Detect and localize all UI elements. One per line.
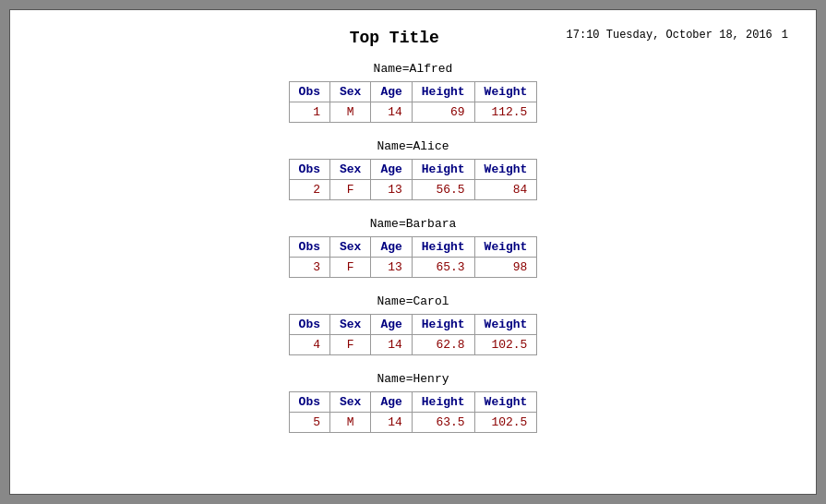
main-window: Top Title 17:10 Tuesday, October 18, 201…	[9, 9, 817, 495]
table-row: 4F1462.8102.5	[289, 335, 537, 355]
cell-0-3: 69	[412, 102, 474, 123]
cell-0-1: F	[329, 180, 370, 200]
data-table-1: ObsSexAgeHeightWeight2F1356.584	[289, 159, 538, 200]
data-table-4: ObsSexAgeHeightWeight5M1463.5102.5	[289, 391, 538, 433]
col-header-obs: Obs	[289, 82, 329, 102]
cell-0-2: 14	[371, 102, 412, 123]
table-row: 1M1469112.5	[289, 102, 537, 123]
col-header-sex: Sex	[329, 237, 370, 258]
col-header-height: Height	[412, 160, 474, 180]
cell-0-3: 63.5	[412, 413, 474, 433]
col-header-weight: Weight	[474, 237, 537, 258]
cell-0-4: 84	[474, 180, 537, 200]
col-header-sex: Sex	[329, 315, 370, 335]
col-header-obs: Obs	[289, 315, 329, 335]
col-header-sex: Sex	[329, 160, 370, 180]
datetime-label: 17:10 Tuesday, October 18, 2016	[567, 29, 772, 42]
data-table-0: ObsSexAgeHeightWeight1M1469112.5	[289, 81, 538, 123]
section-title-3: Name=Carol	[38, 294, 788, 308]
col-header-age: Age	[371, 82, 412, 102]
col-header-weight: Weight	[474, 160, 537, 180]
cell-0-4: 102.5	[474, 335, 537, 355]
col-header-obs: Obs	[289, 160, 329, 180]
section-4: Name=HenryObsSexAgeHeightWeight5M1463.51…	[38, 372, 788, 433]
col-header-sex: Sex	[329, 392, 370, 413]
data-table-2: ObsSexAgeHeightWeight3F1365.398	[289, 236, 538, 278]
cell-0-2: 13	[371, 180, 412, 200]
col-header-height: Height	[412, 82, 474, 102]
section-0: Name=AlfredObsSexAgeHeightWeight1M146911…	[38, 62, 788, 123]
cell-0-1: F	[329, 258, 370, 278]
table-row: 3F1365.398	[289, 258, 537, 278]
col-header-weight: Weight	[474, 392, 537, 413]
col-header-age: Age	[371, 392, 412, 413]
col-header-weight: Weight	[474, 82, 537, 102]
cell-0-0: 5	[289, 413, 329, 433]
cell-0-1: M	[329, 102, 370, 123]
cell-0-1: F	[329, 335, 370, 355]
section-2: Name=BarbaraObsSexAgeHeightWeight3F1365.…	[38, 217, 788, 278]
section-title-4: Name=Henry	[38, 372, 788, 386]
cell-0-3: 62.8	[412, 335, 474, 355]
cell-0-0: 3	[289, 258, 329, 278]
table-row: 2F1356.584	[289, 180, 537, 200]
cell-0-0: 2	[289, 180, 329, 200]
cell-0-4: 112.5	[474, 102, 537, 123]
cell-0-2: 14	[371, 413, 412, 433]
col-header-age: Age	[371, 315, 412, 335]
section-title-2: Name=Barbara	[38, 217, 788, 231]
data-table-3: ObsSexAgeHeightWeight4F1462.8102.5	[289, 314, 538, 355]
col-header-weight: Weight	[474, 315, 537, 335]
col-header-age: Age	[371, 160, 412, 180]
section-1: Name=AliceObsSexAgeHeightWeight2F1356.58…	[38, 139, 788, 200]
page-title: Top Title	[222, 29, 567, 47]
section-3: Name=CarolObsSexAgeHeightWeight4F1462.81…	[38, 294, 788, 355]
sections-container: Name=AlfredObsSexAgeHeightWeight1M146911…	[38, 62, 788, 433]
cell-0-4: 102.5	[474, 413, 537, 433]
cell-0-0: 4	[289, 335, 329, 355]
cell-0-2: 13	[371, 258, 412, 278]
header-meta: 17:10 Tuesday, October 18, 2016 1	[567, 29, 788, 42]
cell-0-4: 98	[474, 258, 537, 278]
cell-0-3: 56.5	[412, 180, 474, 200]
col-header-height: Height	[412, 237, 474, 258]
col-header-sex: Sex	[329, 82, 370, 102]
col-header-obs: Obs	[289, 237, 329, 258]
cell-0-1: M	[329, 413, 370, 433]
col-header-age: Age	[371, 237, 412, 258]
cell-0-0: 1	[289, 102, 329, 123]
col-header-height: Height	[412, 315, 474, 335]
col-header-obs: Obs	[289, 392, 329, 413]
page-number: 1	[782, 29, 788, 42]
header-row: Top Title 17:10 Tuesday, October 18, 201…	[38, 29, 788, 47]
table-row: 5M1463.5102.5	[289, 413, 537, 433]
cell-0-2: 14	[371, 335, 412, 355]
col-header-height: Height	[412, 392, 474, 413]
section-title-1: Name=Alice	[38, 139, 788, 153]
section-title-0: Name=Alfred	[38, 62, 788, 76]
cell-0-3: 65.3	[412, 258, 474, 278]
